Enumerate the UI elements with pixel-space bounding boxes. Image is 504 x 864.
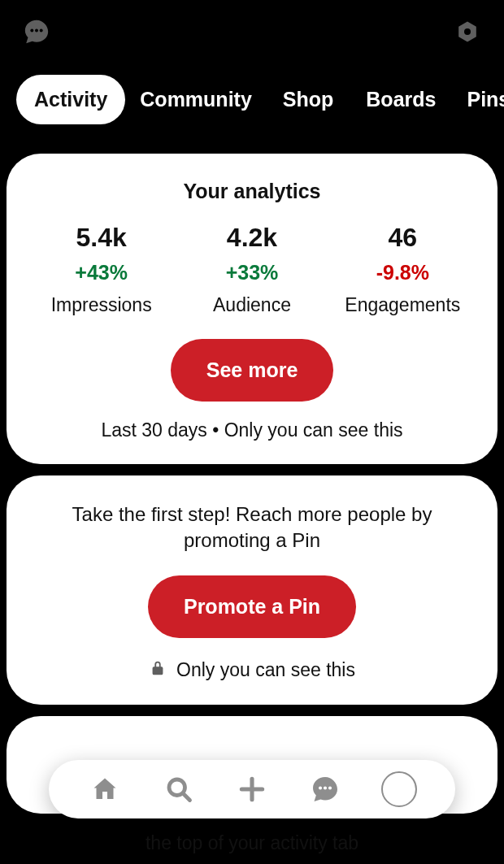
promote-prompt: Take the first step! Reach more people b… xyxy=(26,501,478,554)
analytics-footer: Last 30 days • Only you can see this xyxy=(26,419,478,441)
nav-search-icon[interactable] xyxy=(160,771,198,808)
stat-value: 5.4k xyxy=(76,223,127,253)
stat-delta: +33% xyxy=(226,261,279,284)
stat-delta: +43% xyxy=(75,261,128,284)
stat-value: 46 xyxy=(389,223,418,253)
nav-home-icon[interactable] xyxy=(86,771,124,808)
tab-bar: Activity Community Shop Boards Pins xyxy=(0,52,504,154)
svg-point-3 xyxy=(464,28,471,35)
see-more-button[interactable]: See more xyxy=(171,339,334,402)
svg-point-10 xyxy=(328,786,332,789)
stat-engagements: 46 -9.8% Engagements xyxy=(328,223,478,316)
svg-point-1 xyxy=(35,29,38,33)
promote-privacy: Only you can see this xyxy=(26,659,478,682)
tab-community[interactable]: Community xyxy=(125,75,267,124)
svg-point-8 xyxy=(319,786,322,789)
svg-point-9 xyxy=(324,786,327,789)
messages-icon[interactable] xyxy=(23,18,50,46)
nav-profile-icon[interactable] xyxy=(380,771,418,808)
promote-card: Take the first step! Reach more people b… xyxy=(7,475,497,705)
stat-label: Impressions xyxy=(51,294,152,316)
top-bar xyxy=(0,0,504,52)
stats-row: 5.4k +43% Impressions 4.2k +33% Audience… xyxy=(26,223,478,316)
svg-line-5 xyxy=(184,794,190,801)
promote-privacy-text: Only you can see this xyxy=(176,659,355,681)
stat-label: Engagements xyxy=(345,294,460,316)
analytics-title: Your analytics xyxy=(26,180,478,203)
stat-impressions: 5.4k +43% Impressions xyxy=(26,223,176,316)
svg-point-0 xyxy=(30,29,33,33)
stat-label: Audience xyxy=(213,294,291,316)
svg-point-2 xyxy=(40,29,43,33)
stat-audience: 4.2k +33% Audience xyxy=(176,223,327,316)
lock-icon xyxy=(149,659,167,682)
promote-pin-button[interactable]: Promote a Pin xyxy=(148,575,356,638)
stat-value: 4.2k xyxy=(227,223,277,253)
nav-add-icon[interactable] xyxy=(233,771,271,808)
tab-shop[interactable]: Shop xyxy=(267,75,350,124)
tab-boards[interactable]: Boards xyxy=(350,75,452,124)
tail-text: the top of your activity tab xyxy=(0,832,504,854)
bottom-nav xyxy=(49,760,455,818)
tab-activity[interactable]: Activity xyxy=(16,75,125,124)
settings-icon[interactable] xyxy=(454,18,481,46)
stat-delta: -9.8% xyxy=(376,261,429,284)
nav-messages-icon[interactable] xyxy=(306,771,344,808)
tab-pins[interactable]: Pins xyxy=(452,75,504,124)
analytics-card: Your analytics 5.4k +43% Impressions 4.2… xyxy=(7,154,497,464)
